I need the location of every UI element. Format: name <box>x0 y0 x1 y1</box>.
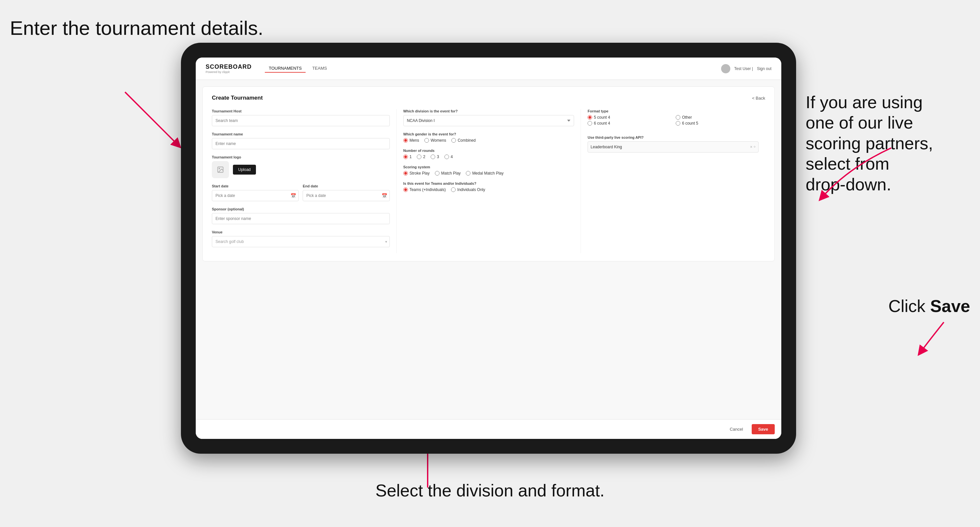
form-columns: Tournament Host Tournament name Tourname… <box>212 109 765 253</box>
gender-combined[interactable]: Combined <box>451 138 476 143</box>
sponsor-input[interactable] <box>212 213 390 224</box>
venue-select[interactable]: Search golf club <box>212 236 390 247</box>
tournament-name-input[interactable] <box>212 138 390 149</box>
page-content: Create Tournament < Back Tournament Host… <box>196 80 781 419</box>
date-row: Start date 📅 End date <box>212 184 390 201</box>
event-teams-label: Teams (+Individuals) <box>410 187 446 192</box>
upload-button[interactable]: Upload <box>233 165 256 175</box>
end-date-input[interactable] <box>303 190 390 201</box>
rounds-1[interactable]: 1 <box>403 154 412 159</box>
rounds-group: Number of rounds 1 2 <box>403 149 574 159</box>
end-calendar-icon: 📅 <box>382 193 387 198</box>
annotation-enter-tournament: Enter the tournament details. <box>10 16 263 40</box>
gender-mens[interactable]: Mens <box>403 138 419 143</box>
gender-mens-radio[interactable] <box>403 138 408 143</box>
division-select[interactable]: NCAA Division I <box>403 115 574 126</box>
tablet-screen: SCOREBOARD Powered by clippit TOURNAMENT… <box>196 57 781 439</box>
nav-right: Test User | Sign out <box>721 64 772 73</box>
rounds-3-label: 3 <box>437 154 439 159</box>
scoring-medal-label: Medal Match Play <box>472 171 503 176</box>
page-footer: Cancel Save <box>196 419 781 439</box>
gender-womens-label: Womens <box>431 138 446 143</box>
format-other[interactable]: Other <box>676 115 759 120</box>
navbar: SCOREBOARD Powered by clippit TOURNAMENT… <box>196 57 781 80</box>
scoring-stroke-radio[interactable] <box>403 171 408 176</box>
select-division-text: Select the division and format. <box>375 481 605 500</box>
scoring-stroke-label: Stroke Play <box>410 171 430 176</box>
nav-logo-main: SCOREBOARD <box>205 63 252 70</box>
enter-tournament-text: Enter the tournament details. <box>10 17 263 39</box>
scoring-medal-radio[interactable] <box>466 171 471 176</box>
nav-link-teams[interactable]: TEAMS <box>308 64 331 73</box>
format-other-radio[interactable] <box>676 115 680 120</box>
scoring-match-radio[interactable] <box>435 171 439 176</box>
venue-label: Venue <box>212 230 390 234</box>
tournament-logo-label: Tournament logo <box>212 155 390 159</box>
rounds-4-radio[interactable] <box>444 154 449 159</box>
live-scoring-text: If you are usingone of our livescoring p… <box>806 93 933 194</box>
nav-logo: SCOREBOARD Powered by clippit <box>205 63 252 74</box>
scoring-radio-group: Stroke Play Match Play Medal Match Play <box>403 171 574 176</box>
page-header: Create Tournament < Back <box>212 95 765 101</box>
tournament-logo-group: Tournament logo Upload <box>212 155 390 178</box>
nav-signout[interactable]: Sign out <box>757 67 772 71</box>
start-calendar-icon: 📅 <box>291 193 296 198</box>
rounds-1-label: 1 <box>410 154 412 159</box>
rounds-3-radio[interactable] <box>431 154 435 159</box>
venue-input-wrap: Search golf club ▾ <box>212 236 390 247</box>
dates-group: Start date 📅 End date <box>212 184 390 201</box>
rounds-2[interactable]: 2 <box>417 154 425 159</box>
scoring-stroke[interactable]: Stroke Play <box>403 171 430 176</box>
format-6count5-radio[interactable] <box>676 121 680 125</box>
format-6count4-radio[interactable] <box>587 121 592 125</box>
annotation-live-scoring: If you are usingone of our livescoring p… <box>806 92 970 195</box>
gender-combined-radio[interactable] <box>451 138 456 143</box>
event-teams[interactable]: Teams (+Individuals) <box>403 187 446 192</box>
rounds-4-label: 4 <box>451 154 453 159</box>
start-date-input[interactable] <box>212 190 299 201</box>
tournament-host-group: Tournament Host <box>212 109 390 126</box>
format-other-label: Other <box>682 115 692 120</box>
start-date-group: Start date 📅 <box>212 184 299 201</box>
annotation-select-division: Select the division and format. <box>375 480 605 501</box>
tournament-host-input[interactable] <box>212 115 390 126</box>
rounds-2-radio[interactable] <box>417 154 422 159</box>
end-date-label: End date <box>303 184 390 188</box>
cancel-button[interactable]: Cancel <box>724 424 748 434</box>
live-scoring-value: Leaderboard King <box>590 144 622 149</box>
format-5count4-radio[interactable] <box>587 115 592 120</box>
tournament-name-group: Tournament name <box>212 132 390 149</box>
nav-logo-sub: Powered by clippit <box>205 70 252 74</box>
nav-link-tournaments[interactable]: TOURNAMENTS <box>265 64 305 73</box>
format-6count4[interactable]: 6 count 4 <box>587 121 670 125</box>
format-type-grid: 5 count 4 Other 6 count 4 <box>587 115 759 125</box>
venue-dropdown-icon: ▾ <box>385 240 387 244</box>
rounds-4[interactable]: 4 <box>444 154 453 159</box>
end-date-group: End date 📅 <box>303 184 390 201</box>
gender-womens-radio[interactable] <box>424 138 429 143</box>
rounds-3[interactable]: 3 <box>431 154 439 159</box>
save-button[interactable]: Save <box>752 424 775 434</box>
format-6count5[interactable]: 6 count 5 <box>676 121 759 125</box>
scoring-medal[interactable]: Medal Match Play <box>466 171 503 176</box>
live-scoring-controls[interactable]: × ÷ <box>750 144 756 149</box>
scoring-match-label: Match Play <box>441 171 461 176</box>
sponsor-group: Sponsor (optional) <box>212 207 390 224</box>
gender-combined-label: Combined <box>458 138 476 143</box>
start-date-wrapper: 📅 <box>212 190 299 201</box>
scoring-match[interactable]: Match Play <box>435 171 461 176</box>
format-5count4[interactable]: 5 count 4 <box>587 115 670 120</box>
logo-placeholder <box>212 161 229 178</box>
division-group: Which division is the event for? NCAA Di… <box>403 109 574 126</box>
rounds-1-radio[interactable] <box>403 154 408 159</box>
event-individuals-label: Individuals Only <box>457 187 485 192</box>
event-individuals-radio[interactable] <box>451 187 456 192</box>
form-col-1: Tournament Host Tournament name Tourname… <box>212 109 396 253</box>
form-col-2: Which division is the event for? NCAA Di… <box>396 109 581 253</box>
gender-womens[interactable]: Womens <box>424 138 446 143</box>
live-scoring-tag[interactable]: Leaderboard King × ÷ <box>587 141 759 152</box>
event-individuals[interactable]: Individuals Only <box>451 187 485 192</box>
format-type-label: Format type <box>587 109 759 113</box>
event-teams-radio[interactable] <box>403 187 408 192</box>
back-link[interactable]: < Back <box>752 96 765 101</box>
